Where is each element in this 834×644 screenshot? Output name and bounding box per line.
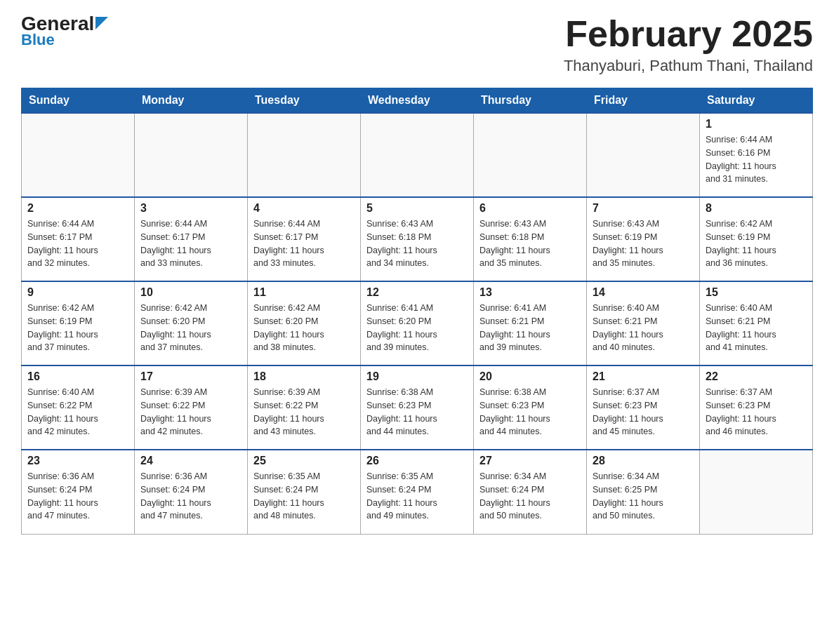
day-number: 20 [479,370,581,383]
day-number: 14 [593,286,694,299]
day-info: Sunrise: 6:40 AMSunset: 6:21 PMDaylight:… [706,302,807,354]
day-number: 25 [253,455,355,467]
day-info: Sunrise: 6:42 AMSunset: 6:19 PMDaylight:… [27,302,128,354]
day-info: Sunrise: 6:43 AMSunset: 6:19 PMDaylight:… [593,217,694,270]
title-area: February 2025 Thanyaburi, Pathum Thani, … [564,14,813,75]
day-info: Sunrise: 6:36 AMSunset: 6:24 PMDaylight:… [140,470,241,523]
day-number: 4 [253,202,355,215]
logo-triangle-icon [95,17,108,29]
day-cell: 24Sunrise: 6:36 AMSunset: 6:24 PMDayligh… [135,450,248,534]
day-info: Sunrise: 6:41 AMSunset: 6:21 PMDaylight:… [479,302,581,354]
day-info: Sunrise: 6:35 AMSunset: 6:24 PMDaylight:… [253,470,355,523]
day-cell: 7Sunrise: 6:43 AMSunset: 6:19 PMDaylight… [587,197,700,281]
day-cell: 28Sunrise: 6:34 AMSunset: 6:25 PMDayligh… [587,450,700,534]
weekday-header-wednesday: Wednesday [361,88,474,114]
day-cell: 18Sunrise: 6:39 AMSunset: 6:22 PMDayligh… [248,365,361,450]
day-number: 10 [140,286,241,299]
day-number: 28 [593,455,694,467]
day-number: 8 [706,202,807,215]
day-cell [474,113,587,197]
day-info: Sunrise: 6:34 AMSunset: 6:25 PMDaylight:… [593,470,694,523]
week-row-3: 9Sunrise: 6:42 AMSunset: 6:19 PMDaylight… [22,281,813,365]
day-cell [361,113,474,197]
day-info: Sunrise: 6:44 AMSunset: 6:17 PMDaylight:… [253,217,355,270]
day-number: 15 [706,286,807,299]
weekday-header-friday: Friday [587,88,700,114]
day-number: 11 [253,286,355,299]
calendar-title: February 2025 [564,14,813,54]
week-row-5: 23Sunrise: 6:36 AMSunset: 6:24 PMDayligh… [22,450,813,534]
day-number: 13 [479,286,581,299]
calendar-subtitle: Thanyaburi, Pathum Thani, Thailand [564,57,813,75]
day-number: 19 [366,370,468,383]
day-cell: 20Sunrise: 6:38 AMSunset: 6:23 PMDayligh… [474,365,587,450]
day-cell: 9Sunrise: 6:42 AMSunset: 6:19 PMDaylight… [22,281,135,365]
day-cell [700,450,813,534]
day-info: Sunrise: 6:39 AMSunset: 6:22 PMDaylight:… [253,386,355,438]
day-info: Sunrise: 6:44 AMSunset: 6:16 PMDaylight:… [706,133,807,186]
calendar-table: SundayMondayTuesdayWednesdayThursdayFrid… [21,88,813,535]
day-info: Sunrise: 6:42 AMSunset: 6:19 PMDaylight:… [706,217,807,270]
day-number: 16 [27,370,128,383]
day-info: Sunrise: 6:43 AMSunset: 6:18 PMDaylight:… [366,217,468,270]
day-number: 24 [140,455,241,467]
day-cell: 16Sunrise: 6:40 AMSunset: 6:22 PMDayligh… [22,365,135,450]
weekday-header-row: SundayMondayTuesdayWednesdayThursdayFrid… [22,88,813,114]
day-info: Sunrise: 6:41 AMSunset: 6:20 PMDaylight:… [366,302,468,354]
day-cell [248,113,361,197]
day-number: 6 [479,202,581,215]
logo: General Blue [21,14,108,49]
day-info: Sunrise: 6:40 AMSunset: 6:22 PMDaylight:… [27,386,128,438]
day-info: Sunrise: 6:38 AMSunset: 6:23 PMDaylight:… [479,386,581,438]
weekday-header-thursday: Thursday [474,88,587,114]
logo-blue: Blue [21,31,55,49]
day-cell: 19Sunrise: 6:38 AMSunset: 6:23 PMDayligh… [361,365,474,450]
svg-marker-0 [95,17,108,29]
day-cell [587,113,700,197]
day-info: Sunrise: 6:38 AMSunset: 6:23 PMDaylight:… [366,386,468,438]
day-number: 1 [706,118,807,130]
weekday-header-sunday: Sunday [22,88,135,114]
day-cell [135,113,248,197]
day-cell: 14Sunrise: 6:40 AMSunset: 6:21 PMDayligh… [587,281,700,365]
day-cell: 1Sunrise: 6:44 AMSunset: 6:16 PMDaylight… [700,113,813,197]
day-info: Sunrise: 6:44 AMSunset: 6:17 PMDaylight:… [27,217,128,270]
day-cell: 15Sunrise: 6:40 AMSunset: 6:21 PMDayligh… [700,281,813,365]
weekday-header-tuesday: Tuesday [248,88,361,114]
day-number: 7 [593,202,694,215]
day-cell: 5Sunrise: 6:43 AMSunset: 6:18 PMDaylight… [361,197,474,281]
day-info: Sunrise: 6:35 AMSunset: 6:24 PMDaylight:… [366,470,468,523]
weekday-header-monday: Monday [135,88,248,114]
day-number: 2 [27,202,128,215]
day-number: 5 [366,202,468,215]
day-number: 22 [706,370,807,383]
day-cell: 4Sunrise: 6:44 AMSunset: 6:17 PMDaylight… [248,197,361,281]
day-cell: 27Sunrise: 6:34 AMSunset: 6:24 PMDayligh… [474,450,587,534]
day-cell: 25Sunrise: 6:35 AMSunset: 6:24 PMDayligh… [248,450,361,534]
day-cell: 22Sunrise: 6:37 AMSunset: 6:23 PMDayligh… [700,365,813,450]
day-info: Sunrise: 6:42 AMSunset: 6:20 PMDaylight:… [140,302,241,354]
day-info: Sunrise: 6:44 AMSunset: 6:17 PMDaylight:… [140,217,241,270]
day-number: 9 [27,286,128,299]
day-cell: 8Sunrise: 6:42 AMSunset: 6:19 PMDaylight… [700,197,813,281]
day-info: Sunrise: 6:40 AMSunset: 6:21 PMDaylight:… [593,302,694,354]
day-info: Sunrise: 6:43 AMSunset: 6:18 PMDaylight:… [479,217,581,270]
day-cell: 3Sunrise: 6:44 AMSunset: 6:17 PMDaylight… [135,197,248,281]
day-cell: 12Sunrise: 6:41 AMSunset: 6:20 PMDayligh… [361,281,474,365]
day-number: 3 [140,202,241,215]
day-info: Sunrise: 6:42 AMSunset: 6:20 PMDaylight:… [253,302,355,354]
day-cell: 21Sunrise: 6:37 AMSunset: 6:23 PMDayligh… [587,365,700,450]
week-row-2: 2Sunrise: 6:44 AMSunset: 6:17 PMDaylight… [22,197,813,281]
day-number: 27 [479,455,581,467]
day-info: Sunrise: 6:39 AMSunset: 6:22 PMDaylight:… [140,386,241,438]
day-info: Sunrise: 6:36 AMSunset: 6:24 PMDaylight:… [27,470,128,523]
day-cell: 17Sunrise: 6:39 AMSunset: 6:22 PMDayligh… [135,365,248,450]
day-info: Sunrise: 6:37 AMSunset: 6:23 PMDaylight:… [593,386,694,438]
day-number: 17 [140,370,241,383]
day-cell: 26Sunrise: 6:35 AMSunset: 6:24 PMDayligh… [361,450,474,534]
day-cell: 2Sunrise: 6:44 AMSunset: 6:17 PMDaylight… [22,197,135,281]
day-number: 26 [366,455,468,467]
day-info: Sunrise: 6:34 AMSunset: 6:24 PMDaylight:… [479,470,581,523]
day-cell: 11Sunrise: 6:42 AMSunset: 6:20 PMDayligh… [248,281,361,365]
day-cell [22,113,135,197]
